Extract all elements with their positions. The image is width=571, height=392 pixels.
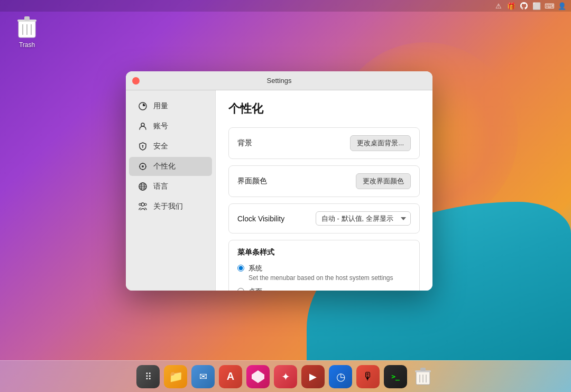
conductor-icon: ✦ — [281, 370, 290, 383]
settings-window: × Settings 用量 — [126, 71, 432, 291]
interface-color-label: 界面颜色 — [237, 176, 267, 186]
sidebar-label-about: 关于我们 — [153, 202, 183, 211]
trash-label: Trash — [19, 41, 35, 49]
svg-rect-27 — [420, 368, 426, 371]
radio-desktop-input[interactable] — [237, 288, 244, 291]
change-color-button[interactable]: 更改界面颜色 — [356, 173, 411, 189]
trash-desktop-icon[interactable]: Trash — [8, 16, 45, 49]
clock-visibility-select[interactable]: 自动 - 默认值, 全屏显示 总是显示 从不显示 — [316, 211, 411, 226]
gift-icon[interactable]: 🎁 — [506, 1, 516, 11]
warning-icon[interactable]: ⚠ — [494, 1, 503, 11]
sidebar-label-language: 语言 — [153, 182, 168, 191]
interface-color-row: 界面颜色 更改界面颜色 — [229, 166, 419, 197]
launchpad-icon: ⠿ — [145, 371, 152, 382]
trash-icon-img — [16, 16, 38, 39]
sidebar-item-language[interactable]: 语言 — [129, 177, 212, 196]
codekit-icon: ▶ — [309, 371, 317, 382]
usage-icon — [137, 101, 148, 111]
background-section: 背景 更改桌面背景... — [228, 127, 420, 159]
window-close-button[interactable]: × — [132, 77, 140, 85]
menubar: ⚠ 🎁 ⬜ ⌨ 👤 — [0, 0, 571, 12]
svg-marker-24 — [252, 370, 264, 383]
main-content-area: 个性化 背景 更改桌面背景... 界面颜色 更改界面颜色 — [216, 90, 432, 291]
interface-color-section: 界面颜色 更改界面颜色 — [228, 165, 420, 197]
svg-point-21 — [141, 203, 144, 206]
sidebar-label-security: 安全 — [153, 142, 168, 151]
window-titlebar: × Settings — [126, 71, 432, 90]
menu-style-section: 菜单条样式 系统 Set the menubar based on the ho… — [228, 240, 420, 291]
window-content: 用量 账号 — [126, 90, 432, 291]
radio-system-desc: Set the menubar based on the host system… — [248, 274, 393, 282]
sidebar-label-personalization: 个性化 — [153, 162, 176, 171]
change-background-button[interactable]: 更改桌面背景... — [350, 135, 411, 151]
font-icon: A — [227, 370, 234, 382]
dock-item-terminal[interactable]: >_ — [384, 365, 407, 388]
podcast-icon: 🎙 — [363, 370, 373, 382]
security-icon — [137, 141, 148, 152]
files-icon: 📁 — [169, 370, 183, 384]
radio-system-input[interactable] — [237, 265, 244, 272]
radio-option-system: 系统 Set the menubar based on the host sys… — [237, 264, 411, 282]
account-icon — [137, 121, 148, 132]
user-icon[interactable]: 👤 — [557, 1, 567, 11]
dock-item-trash[interactable] — [411, 365, 435, 388]
dock-item-launchpad[interactable]: ⠿ — [136, 365, 160, 388]
sidebar-label-usage: 用量 — [153, 101, 168, 111]
radio-system-label: 系统 — [248, 264, 393, 273]
background-label: 背景 — [237, 138, 252, 148]
sidebar-item-security[interactable]: 安全 — [129, 137, 212, 156]
dock-item-files[interactable]: 📁 — [164, 365, 187, 388]
dock: ⠿ 📁 ✉ A ✦ ▶ ◷ — [0, 360, 571, 392]
svg-point-8 — [142, 145, 144, 147]
svg-point-7 — [141, 123, 144, 126]
clock-visibility-label: Clock Visibility — [237, 214, 284, 223]
background-row: 背景 更改桌面背景... — [229, 128, 419, 158]
keyboard-icon[interactable]: ⌨ — [545, 1, 554, 11]
dock-item-timing[interactable]: ◷ — [329, 365, 352, 388]
settings-sidebar: 用量 账号 — [126, 90, 216, 291]
sidebar-item-personalization[interactable]: 个性化 — [129, 157, 212, 176]
fluid-icon — [251, 369, 265, 384]
screen-icon[interactable]: ⬜ — [532, 1, 541, 11]
personalization-icon — [137, 161, 148, 172]
clock-visibility-row: Clock Visibility 自动 - 默认值, 全屏显示 总是显示 从不显… — [229, 204, 419, 233]
about-icon — [137, 201, 148, 212]
svg-rect-2 — [24, 16, 30, 21]
radio-desktop-label: 桌面 — [248, 287, 375, 291]
svg-point-11 — [142, 165, 144, 167]
github-icon[interactable] — [519, 1, 529, 11]
clock-visibility-section: Clock Visibility 自动 - 默认值, 全屏显示 总是显示 从不显… — [228, 203, 420, 234]
language-icon — [137, 181, 148, 192]
email-icon: ✉ — [199, 371, 207, 382]
desktop: ⚠ 🎁 ⬜ ⌨ 👤 Trash × Setting — [0, 0, 571, 392]
dock-item-fluid[interactable] — [246, 365, 270, 388]
dock-item-conductor[interactable]: ✦ — [274, 365, 297, 388]
dock-item-email[interactable]: ✉ — [191, 365, 215, 388]
dock-item-font[interactable]: A — [219, 365, 242, 388]
sidebar-item-about[interactable]: 关于我们 — [129, 197, 212, 216]
dock-item-codekit[interactable]: ▶ — [301, 365, 325, 388]
terminal-icon: >_ — [391, 372, 400, 380]
page-title: 个性化 — [228, 101, 420, 117]
window-title: Settings — [267, 77, 292, 85]
sidebar-item-usage[interactable]: 用量 — [129, 97, 212, 116]
sidebar-item-account[interactable]: 账号 — [129, 117, 212, 136]
menu-style-title: 菜单条样式 — [237, 248, 411, 257]
sidebar-label-account: 账号 — [153, 122, 168, 131]
timing-icon: ◷ — [336, 370, 345, 383]
dock-item-podcast[interactable]: 🎙 — [356, 365, 380, 388]
dock-trash-icon — [415, 368, 431, 386]
radio-option-desktop: 桌面 Show app menubar on in the desktop to… — [237, 287, 411, 291]
